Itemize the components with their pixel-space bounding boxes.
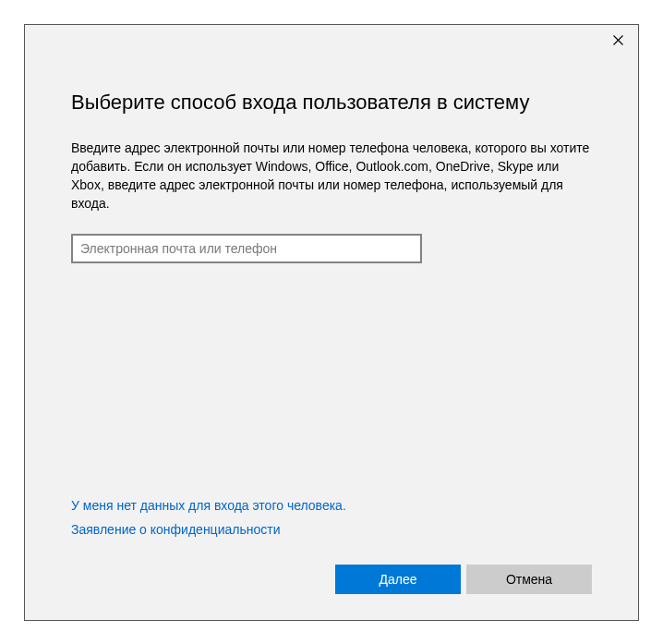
- privacy-link[interactable]: Заявление о конфиденциальности: [71, 522, 592, 537]
- close-button[interactable]: [610, 32, 625, 47]
- next-button[interactable]: Далее: [335, 565, 461, 594]
- email-phone-input[interactable]: [71, 234, 422, 263]
- no-credentials-link[interactable]: У меня нет данных для входа этого челове…: [71, 498, 592, 513]
- titlebar: [25, 25, 638, 55]
- close-icon: [613, 35, 623, 45]
- dialog-heading: Выберите способ входа пользователя в сис…: [71, 90, 592, 116]
- cancel-button[interactable]: Отмена: [466, 565, 592, 594]
- account-signin-dialog: Выберите способ входа пользователя в сис…: [24, 24, 639, 621]
- links-section: У меня нет данных для входа этого челове…: [25, 498, 638, 546]
- dialog-description: Введите адрес электронной почты или номе…: [71, 139, 592, 213]
- spacer: [71, 263, 592, 498]
- dialog-content: Выберите способ входа пользователя в сис…: [25, 55, 638, 498]
- dialog-footer: Далее Отмена: [25, 565, 638, 620]
